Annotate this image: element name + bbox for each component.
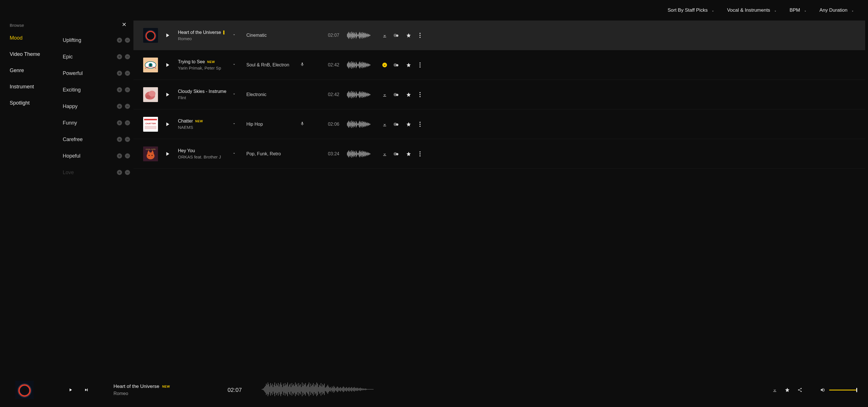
track-artist[interactable]: Yarin Primak, Peter Sp bbox=[178, 66, 226, 70]
mood-include-button[interactable]: + bbox=[117, 38, 122, 43]
duration-filter[interactable]: Any Duration bbox=[819, 7, 854, 13]
mood-exclude-button[interactable]: − bbox=[125, 87, 130, 92]
mood-include-button[interactable]: + bbox=[117, 137, 122, 142]
mood-label[interactable]: Funny bbox=[63, 120, 77, 126]
favorite-button[interactable] bbox=[406, 62, 411, 67]
download-button[interactable] bbox=[382, 122, 387, 127]
track-album-art[interactable] bbox=[143, 28, 158, 43]
close-icon[interactable]: ✕ bbox=[122, 22, 127, 27]
mood-include-button[interactable]: + bbox=[117, 104, 122, 109]
track-play-button[interactable] bbox=[164, 151, 170, 157]
track-row[interactable]: ChatterNEWNAEMSHip Hop02:06 bbox=[133, 109, 865, 139]
track-title[interactable]: Hey You bbox=[178, 148, 195, 153]
volume-icon[interactable] bbox=[820, 387, 825, 393]
track-play-button[interactable] bbox=[164, 62, 170, 68]
player-next-button[interactable] bbox=[84, 387, 89, 393]
track-waveform[interactable] bbox=[342, 89, 376, 100]
nav-item-instrument[interactable]: Instrument bbox=[10, 84, 57, 90]
track-waveform[interactable] bbox=[342, 119, 376, 130]
mood-exclude-button[interactable]: − bbox=[125, 137, 130, 142]
track-row[interactable]: Cloudy Skies - InstrumeFlintElectronic02… bbox=[133, 80, 865, 109]
similar-tracks-button[interactable] bbox=[394, 62, 400, 67]
player-download-button[interactable] bbox=[772, 387, 777, 393]
track-expand-button[interactable] bbox=[232, 151, 240, 156]
track-play-button[interactable] bbox=[164, 32, 170, 38]
volume-slider[interactable] bbox=[829, 389, 857, 390]
track-row[interactable]: Trying to SeeNEWYarin Primak, Peter SpSo… bbox=[133, 50, 865, 80]
more-options-button[interactable] bbox=[417, 122, 423, 127]
track-album-art[interactable] bbox=[143, 147, 158, 161]
track-album-art[interactable] bbox=[143, 117, 158, 132]
mood-label[interactable]: Epic bbox=[63, 54, 73, 60]
mood-exclude-button[interactable]: − bbox=[125, 170, 130, 175]
vocal-filter[interactable]: Vocal & Instruments bbox=[727, 7, 777, 13]
track-title[interactable]: Heart of the Universe bbox=[178, 30, 221, 35]
similar-tracks-button[interactable] bbox=[394, 92, 400, 97]
mood-exclude-button[interactable]: − bbox=[125, 71, 130, 76]
mood-label[interactable]: Hopeful bbox=[63, 153, 81, 159]
mood-label[interactable]: Powerful bbox=[63, 70, 83, 76]
track-expand-button[interactable] bbox=[232, 92, 240, 97]
player-play-button[interactable] bbox=[68, 387, 73, 393]
track-artist[interactable]: ORKAS feat. Brother J bbox=[178, 154, 226, 159]
track-row[interactable]: Heart of the UniverseRomeoCinematic02:07 bbox=[133, 21, 865, 50]
mood-include-button[interactable]: + bbox=[117, 87, 122, 92]
track-album-art[interactable] bbox=[143, 87, 158, 102]
favorite-button[interactable] bbox=[406, 33, 411, 38]
track-artist[interactable]: NAEMS bbox=[178, 125, 226, 130]
track-artist[interactable]: Flint bbox=[178, 95, 226, 100]
mood-exclude-button[interactable]: − bbox=[125, 104, 130, 109]
favorite-button[interactable] bbox=[406, 151, 411, 156]
mood-exclude-button[interactable]: − bbox=[125, 120, 130, 125]
player-album-art[interactable] bbox=[16, 381, 34, 399]
track-play-button[interactable] bbox=[164, 92, 170, 98]
bpm-filter[interactable]: BPM bbox=[789, 7, 807, 13]
sort-filter[interactable]: Sort By Staff Picks bbox=[668, 7, 714, 13]
more-options-button[interactable] bbox=[417, 62, 423, 67]
mood-include-button[interactable]: + bbox=[117, 120, 122, 125]
track-title[interactable]: Cloudy Skies - Instrume bbox=[178, 89, 226, 94]
track-expand-button[interactable] bbox=[232, 122, 240, 127]
more-options-button[interactable] bbox=[417, 33, 423, 38]
similar-tracks-button[interactable] bbox=[394, 122, 400, 127]
track-play-button[interactable] bbox=[164, 121, 170, 127]
player-waveform[interactable] bbox=[262, 381, 376, 399]
track-album-art[interactable] bbox=[143, 58, 158, 72]
mood-include-button[interactable]: + bbox=[117, 153, 122, 158]
mood-exclude-button[interactable]: − bbox=[125, 38, 130, 43]
nav-item-video-theme[interactable]: Video Theme bbox=[10, 51, 57, 57]
mood-include-button[interactable]: + bbox=[117, 71, 122, 76]
player-share-button[interactable] bbox=[797, 387, 802, 393]
mood-label[interactable]: Uplifting bbox=[63, 37, 81, 43]
track-expand-button[interactable] bbox=[232, 33, 240, 38]
download-button[interactable] bbox=[382, 92, 387, 97]
mood-exclude-button[interactable]: − bbox=[125, 54, 130, 59]
mood-label[interactable]: Love bbox=[63, 169, 74, 176]
download-button[interactable] bbox=[382, 33, 387, 38]
track-expand-button[interactable] bbox=[232, 62, 240, 67]
mood-label[interactable]: Happy bbox=[63, 103, 78, 109]
track-waveform[interactable] bbox=[342, 30, 376, 41]
track-artist[interactable]: Romeo bbox=[178, 36, 226, 41]
similar-tracks-button[interactable] bbox=[394, 33, 400, 38]
track-title[interactable]: Chatter bbox=[178, 119, 193, 124]
download-button[interactable] bbox=[382, 62, 387, 67]
mood-exclude-button[interactable]: − bbox=[125, 153, 130, 158]
nav-item-genre[interactable]: Genre bbox=[10, 67, 57, 73]
track-waveform[interactable] bbox=[342, 148, 376, 160]
favorite-button[interactable] bbox=[406, 122, 411, 127]
track-row[interactable]: Hey YouORKAS feat. Brother JPop, Funk, R… bbox=[133, 139, 865, 169]
player-favorite-button[interactable] bbox=[785, 387, 790, 393]
mood-include-button[interactable]: + bbox=[117, 170, 122, 175]
track-waveform[interactable] bbox=[342, 59, 376, 71]
mood-label[interactable]: Exciting bbox=[63, 87, 81, 93]
nav-item-mood[interactable]: Mood bbox=[10, 35, 57, 41]
download-button[interactable] bbox=[382, 151, 387, 156]
more-options-button[interactable] bbox=[417, 151, 423, 156]
mood-label[interactable]: Carefree bbox=[63, 136, 83, 143]
nav-item-spotlight[interactable]: Spotlight bbox=[10, 100, 57, 106]
track-title[interactable]: Trying to See bbox=[178, 59, 205, 64]
more-options-button[interactable] bbox=[417, 92, 423, 97]
favorite-button[interactable] bbox=[406, 92, 411, 97]
mood-include-button[interactable]: + bbox=[117, 54, 122, 59]
